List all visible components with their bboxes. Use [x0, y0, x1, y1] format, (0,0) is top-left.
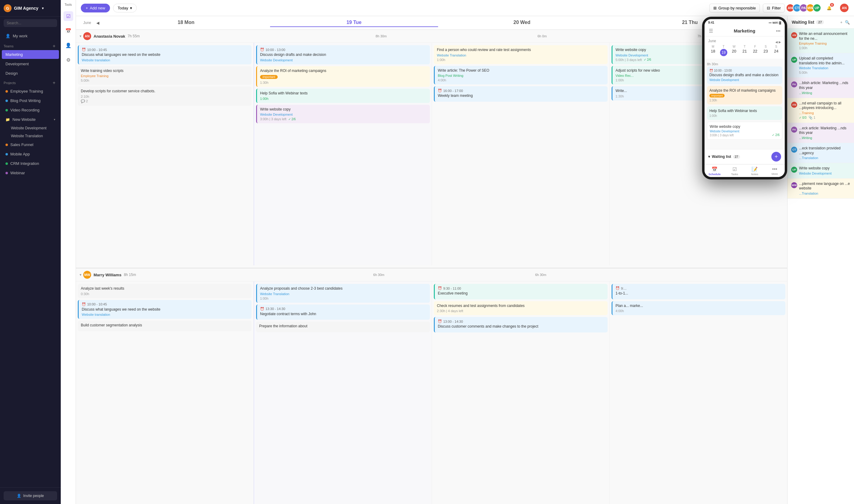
waiting-item[interactable]: AN Write an email announcement for the n…: [787, 29, 854, 53]
sidebar-item-marketing[interactable]: Marketing: [2, 50, 59, 59]
waiting-item[interactable]: UP Upload all completed translations int…: [787, 53, 854, 78]
waiting-project: ...Translation: [799, 192, 850, 195]
tool-settings[interactable]: ⚙: [64, 55, 73, 65]
phone-waiting-label: ▾ Waiting list 27: [708, 155, 740, 159]
anastasia-mon: ⏰10:00 - 10:45 Discuss what languages we…: [76, 43, 254, 265]
anastasia-day-hours: 8h 30m 6h 0m 7h 30m: [140, 34, 784, 38]
webinar-dot: [5, 172, 8, 174]
phone-task-card[interactable]: ⏰10:00 - 13:00 Discuss design drafts and…: [707, 67, 782, 84]
avatar-5[interactable]: UP: [813, 4, 821, 12]
invite-people-button[interactable]: 👤 Invite people: [4, 491, 57, 500]
phone-nav-schedule[interactable]: 📅 Schedule: [707, 166, 722, 176]
task-card[interactable]: ⏰9:... 1-to-1...: [612, 284, 785, 299]
sidebar-item-webinar[interactable]: Webinar: [2, 168, 59, 177]
task-card[interactable]: Find a person who could review and rate …: [434, 45, 608, 64]
phone-cal-days: M 18 T 19 W 20 T 21 F 22: [708, 45, 781, 56]
waiting-item-content: ...eck article: Marketing ...nds this ye…: [799, 126, 850, 140]
waiting-item[interactable]: UP Write website copy Website Developmen…: [787, 163, 854, 179]
task-card[interactable]: Write article: The Power of SEO Blog Pos…: [434, 66, 608, 85]
video-dot: [5, 109, 8, 111]
task-card[interactable]: Analyze the ROI of marketing campaigns i…: [256, 66, 430, 87]
waiting-avatar: UP: [791, 57, 797, 63]
add-new-button[interactable]: + Add new: [81, 4, 110, 13]
phone-nav-tasks[interactable]: ☑ Tasks: [727, 166, 742, 176]
sidebar-item-design[interactable]: Design: [2, 69, 59, 78]
projects-add-btn[interactable]: +: [51, 80, 57, 86]
collapse-icon-2[interactable]: ▾: [80, 273, 82, 277]
teams-add-btn[interactable]: +: [51, 43, 57, 49]
task-card[interactable]: Analyze last week's results 0:30h: [78, 284, 251, 298]
task-card[interactable]: Help Sofia with Webinar texts 1:00h: [256, 89, 430, 103]
waiting-item[interactable]: PA ...blish article: Marketing ...nds th…: [787, 78, 854, 98]
task-card[interactable]: Build customer segmentation analysis: [78, 321, 251, 331]
waiting-count: 27: [816, 20, 824, 24]
phone-nav-notes[interactable]: 📝 Notes: [747, 166, 762, 176]
collapse-icon-1[interactable]: ▾: [80, 34, 82, 38]
filter-button[interactable]: ⊟ Filter: [763, 4, 785, 13]
task-card[interactable]: Develop scripts for customer service cha…: [78, 87, 251, 106]
search-input[interactable]: [4, 19, 57, 27]
task-card[interactable]: ⏰13:30 - 14:30 Negotiate contract terms …: [256, 305, 430, 320]
waiting-item[interactable]: CT ...eck translation provided ...agency…: [787, 143, 854, 163]
waiting-item[interactable]: WW ...plement new language on ...e websi…: [787, 179, 854, 199]
phone-task-card[interactable]: Analyze the ROI of marketing campaigns I…: [707, 86, 782, 105]
waiting-meta: ✓ 0/3 📎 1: [799, 116, 850, 120]
sidebar-item-new-website[interactable]: 📁 New Website ▾: [2, 115, 59, 124]
phone-cal-nav[interactable]: ◀ ▶: [775, 40, 781, 44]
notification-button[interactable]: 🔔 8: [824, 3, 834, 13]
mh-wed: 6h 30m: [460, 273, 622, 276]
sidebar-item-employee-training[interactable]: Employee Training: [2, 87, 59, 96]
projects-section[interactable]: Projects +: [0, 78, 61, 87]
waiting-task-title: Write an email announcement for the ne..…: [799, 32, 850, 41]
user-avatar[interactable]: AN: [839, 3, 849, 13]
task-card[interactable]: ⏰16:00 - 17:00 Weekly team meeting: [434, 86, 608, 102]
task-card[interactable]: ⏰10:00 - 10:45 Discuss what languages we…: [78, 45, 251, 65]
add-icon: +: [86, 6, 88, 10]
tool-check[interactable]: ☑: [64, 11, 73, 21]
cal-prev-button[interactable]: ◀: [93, 19, 102, 27]
sidebar-item-sales-funnel[interactable]: Sales Funnel: [2, 140, 59, 149]
waiting-project: ...Training: [799, 111, 850, 115]
task-card[interactable]: Prepare the information about: [256, 322, 430, 332]
phone-menu-icon[interactable]: ☰: [709, 28, 713, 34]
task-card[interactable]: Plan a... marke... 4:00h: [612, 301, 785, 316]
sidebar-item-crm[interactable]: CRM Integration: [2, 159, 59, 168]
phone-nav-more[interactable]: ••• More: [767, 166, 782, 176]
task-card[interactable]: Check resumes and test assignments from …: [434, 301, 608, 316]
phone-add-button[interactable]: +: [771, 152, 781, 162]
sidebar-item-blog-post[interactable]: Blog Post Writing: [2, 96, 59, 105]
group-by-button[interactable]: ⊞ Group by responsible: [709, 4, 760, 13]
sidebar-item-development[interactable]: Development: [2, 59, 59, 68]
phone-task-card[interactable]: Help Sofia with Webinar texts 1:00h: [707, 106, 782, 120]
waiting-add-icon[interactable]: +: [840, 20, 842, 24]
task-card[interactable]: ⏰13:00 - 14:30 Discuss customer comments…: [434, 317, 608, 332]
task-card[interactable]: ⏰9:30 - 11:00 Executive meeting: [434, 284, 608, 299]
sidebar-item-website-dev[interactable]: Website Development: [2, 125, 59, 132]
waiting-item[interactable]: AN ...nd email campaign to all ...ployee…: [787, 98, 854, 123]
tool-calendar[interactable]: 📅: [64, 26, 73, 36]
task-card[interactable]: ⏰10:00 - 13:00 Discuss design drafts and…: [256, 45, 430, 65]
sidebar-item-website-translation[interactable]: Website Translation: [2, 132, 59, 140]
sidebar-item-video-recording[interactable]: Video Recording: [2, 106, 59, 114]
teams-section[interactable]: Teams +: [0, 41, 61, 50]
task-card[interactable]: Write website copy Website Development 3…: [256, 105, 430, 124]
waiting-search-icon[interactable]: 🔍: [845, 20, 850, 24]
task-time: ⏰9:...: [615, 286, 782, 290]
task-card[interactable]: Analyze proposals and choose 2-3 best ca…: [256, 284, 430, 303]
waiting-item[interactable]: PA ...eck article: Marketing ...nds this…: [787, 123, 854, 143]
task-card[interactable]: Write training video scripts Employee Tr…: [78, 66, 251, 85]
marry-mon: Analyze last week's results 0:30h ⏰10:00…: [76, 282, 254, 504]
phone-more-icon[interactable]: •••: [776, 29, 781, 33]
tool-user[interactable]: 👤: [64, 40, 73, 50]
sidebar-item-mobile-app[interactable]: Mobile App: [2, 150, 59, 159]
task-title: Build customer segmentation analysis: [81, 323, 248, 328]
logo-icon: G: [4, 4, 12, 12]
app-logo[interactable]: G GIM Agency ▾: [0, 0, 61, 17]
task-card[interactable]: ⏰10:00 - 10:45 Discuss what languages we…: [78, 300, 251, 319]
person-marry-header: ▾ MW Marry Williams 8h 15m 6h 30m 6h 30m: [76, 268, 787, 282]
sidebar-item-mywork[interactable]: 👤 My work: [2, 32, 59, 40]
phone-header: ☰ Marketing •••: [704, 25, 785, 36]
today-button[interactable]: Today ▾: [113, 4, 137, 13]
waiting-chevron[interactable]: ▾: [708, 155, 710, 159]
phone-task-card[interactable]: Write website copy Website Development 3…: [707, 122, 782, 140]
